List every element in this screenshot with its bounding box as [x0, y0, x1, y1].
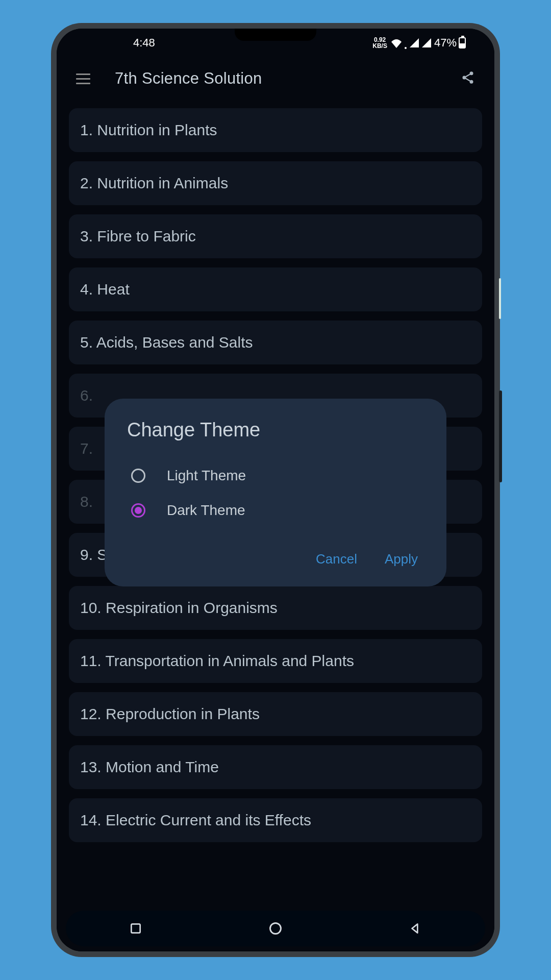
- side-indicator: [499, 278, 501, 319]
- dialog-title: Change Theme: [127, 419, 424, 441]
- change-theme-dialog: Change Theme Light Theme Dark Theme Canc…: [105, 399, 446, 586]
- radio-dark-theme[interactable]: Dark Theme: [127, 493, 424, 528]
- radio-label: Dark Theme: [167, 502, 245, 519]
- radio-icon: [131, 469, 145, 483]
- apply-button[interactable]: Apply: [383, 546, 420, 572]
- radio-label: Light Theme: [167, 468, 246, 484]
- radio-light-theme[interactable]: Light Theme: [127, 458, 424, 493]
- radio-icon-selected: [131, 503, 145, 518]
- device-frame: 4:48 0.92 KB/S 47%: [51, 23, 500, 957]
- power-button: [499, 390, 502, 482]
- cancel-button[interactable]: Cancel: [314, 546, 359, 572]
- dialog-overlay[interactable]: Change Theme Light Theme Dark Theme Canc…: [57, 29, 494, 951]
